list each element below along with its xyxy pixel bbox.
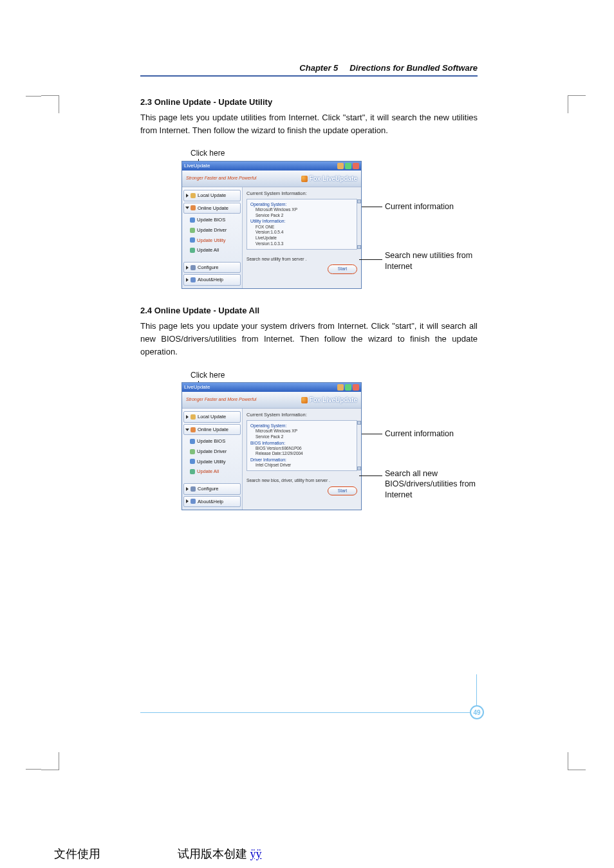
chip-icon bbox=[190, 217, 195, 223]
brand-name: Fox LiveUpdate bbox=[310, 174, 357, 184]
sidebar: Local Update Online Update Update BIOS U… bbox=[182, 409, 243, 510]
crop-mark-tl bbox=[41, 95, 59, 113]
tagline: Stronger Faster and More Powerful bbox=[186, 175, 256, 182]
callout-current-info: Current information bbox=[385, 201, 454, 212]
driver-icon bbox=[190, 449, 195, 454]
titlebar: LiveUpdate bbox=[182, 162, 361, 171]
minimize-icon[interactable] bbox=[337, 384, 344, 391]
close-icon[interactable] bbox=[353, 163, 359, 169]
page-number: 49 bbox=[470, 705, 484, 719]
chevron-down-icon bbox=[185, 207, 189, 209]
section-24-body: This page lets you update your system dr… bbox=[140, 320, 478, 358]
sidebar-item-about-help[interactable]: About&Help bbox=[183, 496, 241, 508]
liveupdate-window: LiveUpdate Stronger Faster and More Powe… bbox=[181, 382, 362, 510]
footer-line bbox=[140, 712, 470, 713]
brand-strip: Stronger Faster and More Powerful Fox Li… bbox=[182, 171, 361, 187]
maximize-icon[interactable] bbox=[345, 163, 351, 169]
section-24-heading: 2.4 Online Update - Update All bbox=[140, 304, 478, 317]
footer-link[interactable]: ÿÿ bbox=[250, 847, 262, 860]
minimize-icon[interactable] bbox=[337, 163, 344, 169]
earth-icon bbox=[190, 469, 195, 474]
callout-current-info: Current information bbox=[385, 429, 454, 439]
help-icon bbox=[191, 277, 196, 282]
figure-24: Click here LiveUpdate Stronger Faster an… bbox=[140, 369, 478, 511]
leader-line bbox=[359, 259, 382, 260]
chevron-right-icon bbox=[186, 499, 189, 503]
click-here-label: Click here bbox=[191, 147, 478, 160]
chapter-title: Directions for Bundled Software bbox=[349, 63, 478, 73]
sidebar-item-local-update[interactable]: Local Update bbox=[183, 411, 241, 423]
chevron-down-icon bbox=[185, 429, 189, 431]
leader-line bbox=[359, 476, 382, 476]
click-here-label: Click here bbox=[191, 369, 478, 382]
crop-mark-tr bbox=[568, 95, 586, 113]
chevron-right-icon bbox=[186, 415, 189, 419]
section-23-body: This page lets you update utilities from… bbox=[140, 111, 478, 137]
close-icon[interactable] bbox=[353, 384, 359, 391]
chevron-right-icon bbox=[186, 266, 189, 270]
utility-icon bbox=[190, 237, 195, 243]
titlebar: LiveUpdate bbox=[182, 383, 361, 392]
sidebar-item-update-all[interactable]: Update All bbox=[183, 466, 241, 477]
sidebar-item-online-update[interactable]: Online Update bbox=[183, 424, 241, 436]
globe-icon bbox=[191, 205, 196, 210]
chip-icon bbox=[190, 439, 195, 444]
info-box: Operating System: Microsoft Windows XP S… bbox=[247, 199, 357, 250]
scroll-up-icon[interactable] bbox=[357, 421, 361, 425]
pdf-footer: 文件使用 试用版本创建 ÿÿ bbox=[54, 846, 262, 862]
page-header: Chapter 5 Directions for Bundled Softwar… bbox=[140, 63, 478, 77]
folder-icon bbox=[191, 193, 196, 198]
sidebar-item-configure[interactable]: Configure bbox=[183, 262, 241, 273]
main-panel: Current System Information: Operating Sy… bbox=[243, 187, 361, 288]
leader-line bbox=[362, 207, 382, 207]
maximize-icon[interactable] bbox=[345, 384, 351, 391]
gear-icon bbox=[191, 486, 196, 492]
sidebar-item-update-bios[interactable]: Update BIOS bbox=[183, 436, 241, 447]
folder-icon bbox=[191, 414, 196, 420]
sidebar: Local Update Online Update Update BIOS U… bbox=[182, 187, 243, 288]
crop-mark-bl bbox=[41, 752, 59, 770]
chapter-label: Chapter 5 bbox=[299, 63, 338, 73]
sidebar-item-update-driver[interactable]: Update Driver bbox=[183, 225, 241, 235]
sidebar-item-online-update[interactable]: Online Update bbox=[183, 203, 241, 214]
sidebar-item-local-update[interactable]: Local Update bbox=[183, 190, 241, 201]
start-button[interactable]: Start bbox=[328, 264, 357, 274]
sidebar-item-update-utility[interactable]: Update Utility bbox=[183, 235, 241, 246]
chevron-right-icon bbox=[186, 278, 189, 282]
info-box: Operating System: Microsoft Windows XP S… bbox=[247, 420, 357, 471]
start-button[interactable]: Start bbox=[328, 486, 357, 496]
crop-mark-br bbox=[568, 752, 586, 770]
search-label: Search new utility from server . bbox=[247, 257, 306, 261]
footer-left: 文件使用 bbox=[54, 846, 100, 862]
main-panel: Current System Information: Operating Sy… bbox=[243, 409, 361, 510]
search-label: Search new bios, driver, utility from se… bbox=[247, 478, 330, 483]
earth-icon bbox=[190, 248, 195, 253]
fox-icon bbox=[301, 176, 308, 182]
figure-23: Click here LiveUpdate Stronger Faster an… bbox=[140, 147, 478, 289]
sidebar-item-update-bios[interactable]: Update BIOS bbox=[183, 215, 241, 225]
globe-icon bbox=[191, 427, 196, 432]
liveupdate-window: LiveUpdate Stronger Faster and More Powe… bbox=[181, 161, 362, 289]
footer-mid: 试用版本创建 bbox=[178, 847, 247, 860]
callout-search-all: Search all new BIOS/drivers/utilities fr… bbox=[385, 468, 488, 501]
sidebar-item-update-all[interactable]: Update All bbox=[183, 245, 241, 255]
tagline: Stronger Faster and More Powerful bbox=[186, 396, 256, 403]
brand-name: Fox LiveUpdate bbox=[310, 395, 357, 405]
driver-icon bbox=[190, 228, 195, 233]
scroll-down-icon[interactable] bbox=[357, 245, 361, 249]
sidebar-item-configure[interactable]: Configure bbox=[183, 483, 241, 495]
help-icon bbox=[191, 499, 196, 504]
leader-line bbox=[362, 434, 382, 434]
sidebar-item-update-utility[interactable]: Update Utility bbox=[183, 457, 241, 467]
panel-header: Current System Information: bbox=[247, 190, 357, 198]
scroll-down-icon[interactable] bbox=[357, 466, 361, 470]
panel-header: Current System Information: bbox=[247, 411, 357, 419]
fox-icon bbox=[301, 397, 308, 403]
scroll-up-icon[interactable] bbox=[357, 199, 361, 203]
window-title: LiveUpdate bbox=[184, 383, 210, 391]
chevron-right-icon bbox=[186, 487, 189, 491]
sidebar-item-update-driver[interactable]: Update Driver bbox=[183, 447, 241, 457]
utility-icon bbox=[190, 459, 195, 464]
gear-icon bbox=[191, 265, 196, 270]
sidebar-item-about-help[interactable]: About&Help bbox=[183, 274, 241, 286]
